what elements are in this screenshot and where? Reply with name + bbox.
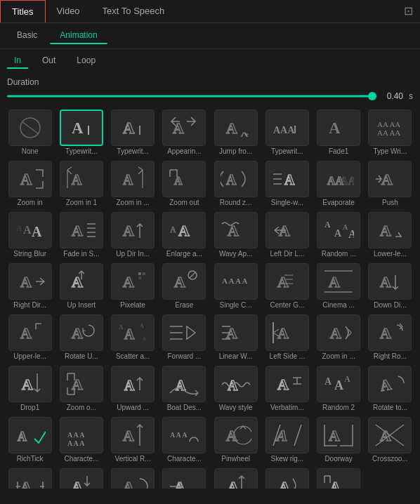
anim-item-clockwise[interactable]: AClockwis... — [109, 467, 157, 489]
tab-animation[interactable]: Animation — [50, 27, 107, 44]
anim-thumb-stretchi: A — [8, 468, 52, 489]
svg-text:A: A — [140, 323, 144, 329]
anim-item-rotateto[interactable]: ARotate to... — [366, 364, 414, 413]
anim-item-rotateu[interactable]: ARotate U... — [57, 313, 105, 362]
anim-item-fadeins[interactable]: AFade in S... — [57, 211, 105, 259]
anim-item-forward[interactable]: Forward ... — [160, 313, 209, 362]
anim-item-scatter[interactable]: AAAAScatter a... — [109, 313, 157, 362]
svg-text:A: A — [380, 324, 391, 342]
anim-thumb-verticalr: A — [111, 417, 155, 453]
svg-text:A A A A: A A A A — [222, 277, 247, 285]
anim-thumb-rotateu: A — [60, 314, 103, 351]
anim-item-zoomo[interactable]: AZoom o... — [57, 364, 105, 413]
anim-item-push[interactable]: APush — [366, 159, 414, 208]
tab-in[interactable]: In — [7, 53, 28, 69]
anim-item-stretchii[interactable]: AStretch i... — [315, 467, 363, 489]
anim-item-zoomin1[interactable]: AZoom in 1 — [57, 159, 105, 208]
anim-item-appearing[interactable]: AAppearin... — [160, 108, 209, 157]
anim-item-zoomout[interactable]: AZoom out — [160, 159, 209, 208]
svg-text:A: A — [324, 376, 332, 387]
anim-item-evaporate[interactable]: AAAAEvaporate — [315, 159, 363, 208]
anim-label-typewriter2: Typewrit... — [111, 147, 155, 155]
anim-item-random[interactable]: AAAARandom ... — [315, 211, 363, 259]
anim-item-lowerle[interactable]: ALower-le... — [366, 211, 414, 259]
anim-item-stretchi[interactable]: AStretch i... — [6, 467, 54, 489]
anim-item-upinsert[interactable]: AUp Insert — [57, 262, 105, 310]
tab-basic[interactable]: Basic — [7, 27, 47, 44]
anim-item-boatdes[interactable]: ABoat Des... — [160, 364, 209, 413]
anim-item-typewriter3[interactable]: AAATypewrit... — [263, 108, 311, 157]
tab-loop[interactable]: Loop — [70, 53, 103, 69]
expand-icon[interactable]: ⊡ — [397, 0, 420, 22]
anim-item-typewrite2[interactable]: AA AAAA AAType Wri... — [366, 108, 414, 157]
anim-label-rotateto: Rotate to... — [368, 404, 412, 411]
anim-item-wavyap[interactable]: AWavy Ap... — [211, 211, 260, 259]
anim-item-leftdir[interactable]: ALeft Dir L... — [263, 211, 311, 259]
anim-item-centerg[interactable]: ACenter G... — [263, 262, 311, 310]
anim-label-zoomo: Zoom o... — [60, 404, 103, 411]
tab-titles[interactable]: Titles — [0, 0, 46, 22]
anim-thumb-wavyap: A — [214, 212, 258, 248]
anim-item-pinwheel[interactable]: APinwheel — [211, 416, 260, 464]
anim-item-downin[interactable]: ADown In - — [57, 467, 105, 489]
anim-item-richtick[interactable]: ARichTick — [6, 416, 54, 464]
anim-item-linearw[interactable]: ALinear W... — [211, 313, 260, 362]
anim-item-zoomin2[interactable]: AZoom in ... — [109, 159, 157, 208]
anim-item-jumpfrom[interactable]: AJump fro... — [211, 108, 260, 157]
anim-item-verticalr[interactable]: AVertical R... — [109, 416, 157, 464]
anim-label-drop1: Drop1 — [8, 404, 52, 411]
anim-item-typewriter[interactable]: ATypewrit... — [57, 108, 105, 157]
anim-item-singleword[interactable]: ASingle-w... — [263, 159, 311, 208]
tab-tts[interactable]: Text To Speech — [91, 0, 176, 22]
anim-thumb-leftdir: A — [265, 212, 309, 248]
tab-out[interactable]: Out — [35, 53, 63, 69]
anim-item-cinema[interactable]: ACinema ... — [315, 262, 363, 310]
anim-item-upperle[interactable]: AUpper-le... — [6, 313, 54, 362]
duration-slider[interactable] — [7, 94, 376, 98]
anim-item-zoominx[interactable]: AZoom in ... — [315, 313, 363, 362]
anim-thumb-crosszoo: A — [368, 417, 412, 453]
anim-item-zoomin[interactable]: AZoom in — [6, 159, 54, 208]
anim-item-moveto[interactable]: AMove to ... — [160, 467, 209, 489]
anim-item-random2[interactable]: AAARandom 2 — [315, 364, 363, 413]
anim-item-roundzoom[interactable]: ARound z... — [211, 159, 260, 208]
svg-text:A A A: A A A — [67, 439, 85, 447]
anim-label-typewriter: Typewrit... — [60, 147, 103, 155]
anim-item-erase[interactable]: AErase — [160, 262, 209, 310]
anim-item-bouncet[interactable]: ABounce t... — [263, 467, 311, 489]
tab-video[interactable]: Video — [46, 0, 91, 22]
svg-text:A: A — [119, 324, 124, 331]
svg-text:A: A — [329, 273, 340, 291]
svg-text:A: A — [380, 273, 391, 291]
anim-item-skewright[interactable]: ASkew rig... — [263, 416, 311, 464]
anim-item-stringblur[interactable]: AAAString Blur — [6, 211, 54, 259]
anim-item-wavystyle[interactable]: AWavy style — [211, 364, 260, 413]
anim-item-rightro[interactable]: ARight Ro... — [366, 313, 414, 362]
anim-item-doorway[interactable]: ADoorway — [315, 416, 363, 464]
anim-item-updirin[interactable]: AUp Dir In... — [109, 211, 157, 259]
anim-item-typewriter2[interactable]: ATypewrit... — [109, 108, 157, 157]
anim-item-fade1[interactable]: AFade1 — [315, 108, 363, 157]
anim-thumb-verbatim: A — [265, 366, 309, 402]
slider-thumb[interactable] — [368, 92, 376, 100]
anim-item-leftside[interactable]: ALeft Side ... — [263, 313, 311, 362]
anim-label-centerg: Center G... — [265, 301, 309, 309]
anim-item-none[interactable]: None — [6, 108, 54, 157]
anim-label-jumpfrom: Jump fro... — [214, 147, 258, 155]
svg-text:A: A — [174, 273, 185, 291]
svg-text:A A A: A A A — [67, 431, 85, 439]
anim-item-enlarge[interactable]: AAEnlarge a... — [160, 211, 209, 259]
anim-item-upward[interactable]: AUpward ... — [109, 364, 157, 413]
anim-item-downdi[interactable]: ADown Di... — [366, 262, 414, 310]
anim-item-stretcht[interactable]: AStretch t... — [211, 467, 260, 489]
anim-item-character2[interactable]: A A ACharacte... — [160, 416, 209, 464]
anim-label-updirin: Up Dir In... — [111, 250, 155, 258]
anim-item-character[interactable]: A A AA A ACharacte... — [57, 416, 105, 464]
anim-item-singlec[interactable]: A A A ASingle C... — [211, 262, 260, 310]
anim-item-crosszoo[interactable]: ACrosszoo... — [366, 416, 414, 464]
anim-item-pixelate[interactable]: APixelate — [109, 262, 157, 310]
anim-label-fade1: Fade1 — [317, 147, 360, 155]
anim-item-drop1[interactable]: ADrop1 — [6, 364, 54, 413]
anim-item-rightdir[interactable]: ARight Dir... — [6, 262, 54, 310]
anim-item-verbatim[interactable]: AVerbatim... — [263, 364, 311, 413]
